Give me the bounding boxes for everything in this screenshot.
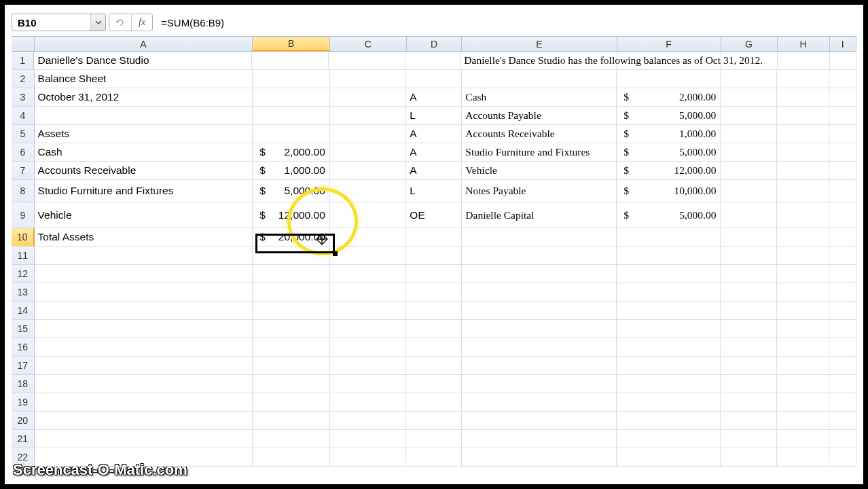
cell-D18[interactable] [406, 375, 462, 393]
cell-D12[interactable] [406, 265, 462, 283]
cell-A2[interactable]: Balance Sheet [35, 70, 253, 88]
cell-C20[interactable] [330, 412, 407, 430]
cell-D7[interactable]: A [406, 162, 462, 180]
cell-D14[interactable] [406, 302, 462, 320]
cell-F17[interactable] [617, 357, 721, 375]
cell-H3[interactable] [777, 88, 829, 107]
cell-F18[interactable] [617, 375, 721, 393]
fill-handle[interactable] [333, 251, 338, 256]
cell-A18[interactable] [35, 375, 253, 393]
cell-B7[interactable]: $1,000.00 [253, 162, 330, 180]
cell-G11[interactable] [721, 247, 777, 265]
spreadsheet-grid[interactable]: ABCDEFGHI 1Danielle's Dance StudioDaniel… [12, 36, 856, 457]
cell-F15[interactable] [617, 320, 721, 338]
cell-F21[interactable] [617, 430, 721, 448]
cell-F9[interactable]: $5,000.00 [617, 202, 721, 228]
cell-F3[interactable]: $2,000.00 [617, 88, 721, 107]
cell-C4[interactable] [330, 107, 407, 125]
cell-A17[interactable] [35, 357, 253, 375]
cell-B1[interactable] [252, 52, 329, 70]
cell-C7[interactable] [330, 162, 407, 180]
cell-C13[interactable] [330, 283, 407, 302]
row-header-6[interactable]: 6 [12, 143, 35, 162]
cell-E22[interactable] [462, 448, 617, 467]
formula-input[interactable]: =SUM(B6:B9) [156, 14, 856, 31]
cell-A15[interactable] [35, 320, 253, 338]
cell-C11[interactable] [330, 247, 407, 265]
row-header-13[interactable]: 13 [12, 283, 35, 302]
cell-B21[interactable] [253, 430, 330, 448]
cell-I22[interactable] [829, 448, 856, 467]
cell-A12[interactable] [35, 265, 253, 283]
cell-H16[interactable] [777, 338, 829, 357]
cell-G9[interactable] [721, 202, 777, 228]
column-header-F[interactable]: F [617, 37, 721, 52]
cell-B18[interactable] [253, 375, 330, 393]
cell-C21[interactable] [330, 430, 407, 448]
row-header-15[interactable]: 15 [12, 320, 35, 338]
name-box[interactable]: B10 [12, 14, 90, 31]
column-header-I[interactable]: I [830, 37, 857, 52]
cell-A13[interactable] [35, 283, 253, 302]
row-header-8[interactable]: 8 [12, 180, 35, 202]
cell-I12[interactable] [829, 265, 856, 283]
column-header-A[interactable]: A [35, 37, 253, 52]
cell-D1[interactable] [405, 52, 461, 70]
cell-H13[interactable] [777, 283, 829, 302]
cell-C18[interactable] [330, 375, 407, 393]
cell-F7[interactable]: $12,000.00 [617, 162, 721, 180]
cell-A22[interactable] [35, 448, 253, 467]
cell-E4[interactable]: Accounts Payable [462, 107, 617, 125]
cell-F16[interactable] [617, 338, 721, 357]
cell-H22[interactable] [777, 448, 829, 467]
row-header-19[interactable]: 19 [12, 393, 35, 412]
cell-F8[interactable]: $10,000.00 [617, 180, 721, 202]
cell-E18[interactable] [462, 375, 617, 393]
cell-H10[interactable] [777, 228, 829, 247]
cell-I13[interactable] [829, 283, 856, 302]
cell-B22[interactable] [253, 448, 330, 467]
cell-H19[interactable] [777, 393, 829, 412]
cell-B16[interactable] [253, 338, 330, 357]
cell-E15[interactable] [462, 320, 617, 338]
cell-D21[interactable] [406, 430, 462, 448]
cell-H14[interactable] [777, 302, 829, 320]
cell-B13[interactable] [253, 283, 330, 302]
cell-C1[interactable] [329, 52, 405, 70]
cell-C15[interactable] [330, 320, 407, 338]
cell-C22[interactable] [330, 448, 407, 467]
cell-A20[interactable] [35, 412, 253, 430]
cell-H9[interactable] [777, 202, 829, 228]
row-header-20[interactable]: 20 [12, 412, 35, 430]
cell-C19[interactable] [330, 393, 407, 412]
cell-E6[interactable]: Studio Furniture and Fixtures [462, 143, 617, 162]
row-header-18[interactable]: 18 [12, 375, 35, 393]
cell-F11[interactable] [617, 247, 721, 265]
cell-I18[interactable] [829, 375, 856, 393]
cell-E14[interactable] [462, 302, 617, 320]
cell-I14[interactable] [829, 302, 856, 320]
cell-C17[interactable] [330, 357, 407, 375]
cell-F5[interactable]: $1,000.00 [617, 125, 721, 143]
cell-E12[interactable] [462, 265, 617, 283]
select-all-corner[interactable] [12, 37, 35, 52]
cell-I3[interactable] [829, 88, 856, 107]
row-header-17[interactable]: 17 [12, 357, 35, 375]
cell-D5[interactable]: A [406, 125, 462, 143]
cell-I10[interactable] [829, 228, 856, 247]
cell-E3[interactable]: Cash [462, 88, 617, 107]
cell-G12[interactable] [721, 265, 777, 283]
cell-A16[interactable] [35, 338, 253, 357]
cell-D13[interactable] [406, 283, 462, 302]
cell-G17[interactable] [721, 357, 777, 375]
cell-B4[interactable] [253, 107, 330, 125]
cell-C12[interactable] [330, 265, 407, 283]
cell-D8[interactable]: L [406, 180, 462, 202]
cell-B8[interactable]: $5,000.00 [253, 180, 330, 202]
cell-C14[interactable] [330, 302, 407, 320]
cell-I11[interactable] [829, 247, 856, 265]
row-header-14[interactable]: 14 [12, 302, 35, 320]
cell-B15[interactable] [253, 320, 330, 338]
cell-B6[interactable]: $2,000.00 [253, 143, 330, 162]
cell-G10[interactable] [721, 228, 777, 247]
